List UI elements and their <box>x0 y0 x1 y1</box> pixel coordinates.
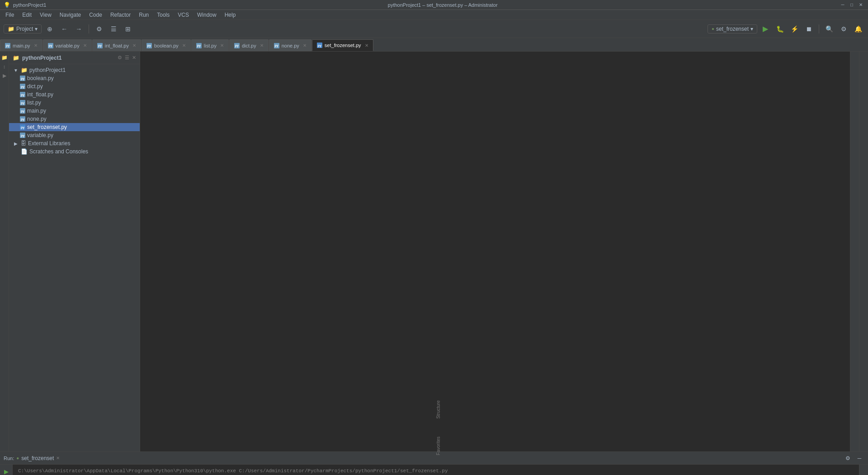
run-label: Run: <box>4 456 14 461</box>
run-tab-close[interactable]: ✕ <box>56 456 60 461</box>
tab-variable-py[interactable]: py variable.py ✕ <box>43 39 92 51</box>
commit-icon[interactable]: ↕ <box>0 62 9 71</box>
tree-item-list[interactable]: py list.py <box>9 99 140 107</box>
project-folder-icon: 📁 <box>8 26 14 32</box>
run-play-btn[interactable]: ▶ <box>1 466 11 475</box>
tab-close-variable-py[interactable]: ✕ <box>83 43 87 48</box>
navigation-back-btn[interactable]: ← <box>58 23 71 35</box>
structure-panel-label[interactable]: Structure <box>434 399 443 421</box>
tree-item-none[interactable]: py none.py <box>9 115 140 123</box>
run-config-selector[interactable]: ● set_frozenset ▾ <box>708 24 757 33</box>
tree-item-external-libs[interactable]: ▶ 🗄 External Libraries <box>9 139 140 147</box>
tab-close-none-py[interactable]: ✕ <box>303 43 307 48</box>
app-logo: 💡 <box>4 2 10 8</box>
tree-item-dict[interactable]: py dict.py <box>9 82 140 90</box>
tree-icon-scratches: 📄 <box>21 148 28 155</box>
tab-close-dict-py[interactable]: ✕ <box>260 43 264 48</box>
minimize-button[interactable]: ─ <box>839 1 846 9</box>
search-everywhere-btn[interactable]: 🔍 <box>823 23 835 35</box>
collapse-btn[interactable]: ⊞ <box>122 23 134 35</box>
list-btn[interactable]: ☰ <box>107 23 120 35</box>
panel-list-btn[interactable]: ☰ <box>125 55 129 61</box>
tree-icon-set-frozenset: py <box>20 124 25 130</box>
run-icon-strip[interactable]: ▶ <box>0 71 9 80</box>
favorites-panel-label[interactable]: Favorites <box>434 435 443 457</box>
project-tree: ▼ 📁 pythonProject1 py boolean.py py dict… <box>9 64 140 451</box>
main-layout: 📁 ↕ ▶ 📁 pythonProject1 ⚙ ☰ ✕ ▼ 📁 pythonP… <box>0 52 868 451</box>
tab-close-main-py[interactable]: ✕ <box>34 43 38 48</box>
project-view-icon[interactable]: 📁 <box>0 53 9 62</box>
run-minimize-btn[interactable]: ─ <box>854 453 864 463</box>
menu-run[interactable]: Run <box>135 11 152 19</box>
settings-btn[interactable]: ⚙ <box>93 23 105 35</box>
tree-label-variable: variable.py <box>27 132 53 138</box>
tree-icon-int-float: py <box>20 92 25 97</box>
tab-list-py[interactable]: py list.py ✕ <box>191 39 229 51</box>
run-with-coverage-btn[interactable]: ⚡ <box>788 23 801 35</box>
tab-label-dict-py: dict.py <box>242 43 256 48</box>
notifications-btn[interactable]: 🔔 <box>852 23 864 35</box>
right-run-panel <box>859 465 868 475</box>
menu-navigate[interactable]: Navigate <box>56 11 85 19</box>
menu-code[interactable]: Code <box>85 11 106 19</box>
run-output: C:\Users\Administrator\AppData\Local\Pro… <box>13 465 859 475</box>
menu-tools[interactable]: Tools <box>153 11 173 19</box>
tree-item-int-float[interactable]: py int_float.py <box>9 90 140 99</box>
tab-close-int-float-py[interactable]: ✕ <box>132 43 136 48</box>
menu-view[interactable]: View <box>36 11 55 19</box>
tab-int-float-py[interactable]: py int_float.py ✕ <box>92 39 141 51</box>
panel-close-btn[interactable]: ✕ <box>132 55 136 61</box>
run-tab-name: set_frozenset <box>21 455 54 461</box>
tree-item-boolean[interactable]: py boolean.py <box>9 74 140 82</box>
maximize-button[interactable]: □ <box>848 1 855 9</box>
tab-close-list-py[interactable]: ✕ <box>220 43 224 48</box>
project-panel-title: pythonProject1 <box>22 55 115 61</box>
tree-item-scratches[interactable]: ▶ 📄 Scratches and Consoles <box>9 147 140 156</box>
tree-item-variable[interactable]: py variable.py <box>9 131 140 139</box>
tab-main-py[interactable]: py main.py ✕ <box>0 39 42 51</box>
menu-help[interactable]: Help <box>221 11 240 19</box>
tree-item-main[interactable]: py main.py <box>9 107 140 115</box>
menu-vcs[interactable]: VCS <box>174 11 193 19</box>
menu-refactor[interactable]: Refactor <box>107 11 134 19</box>
run-button[interactable]: ▶ <box>759 23 772 35</box>
tab-none-py[interactable]: py none.py ✕ <box>269 39 311 51</box>
tree-expand-icon-ext: ▶ <box>13 140 19 147</box>
menu-window[interactable]: Window <box>193 11 220 19</box>
debug-button[interactable]: 🐛 <box>774 23 786 35</box>
tree-label-external-libs: External Libraries <box>28 140 70 147</box>
run-config-name: set_frozenset <box>716 26 749 32</box>
tab-close-set-frozenset-py[interactable]: ✕ <box>365 43 368 48</box>
tab-icon-main-py: py <box>5 43 10 48</box>
run-settings-btn[interactable]: ⚙ <box>843 453 853 463</box>
tab-set-frozenset-py[interactable]: py set_frozenset.py ✕ <box>312 39 373 51</box>
menu-file[interactable]: File <box>2 11 18 19</box>
tab-close-boolean-py[interactable]: ✕ <box>182 43 186 48</box>
editor-area[interactable] <box>140 52 850 451</box>
tab-bar: py main.py ✕ py variable.py ✕ py int_flo… <box>0 38 868 52</box>
run-config-dropdown: ▾ <box>750 26 753 32</box>
tab-icon-list-py: py <box>196 43 202 48</box>
panel-gear-btn[interactable]: ⚙ <box>118 55 122 61</box>
tree-item-set-frozenset[interactable]: py set_frozenset.py <box>9 123 140 131</box>
tab-icon-variable-py: py <box>48 43 53 48</box>
menu-edit[interactable]: Edit <box>19 11 35 19</box>
run-tab[interactable]: Run: ● set_frozenset ✕ <box>4 455 60 461</box>
navigation-forward-btn[interactable]: → <box>72 23 85 35</box>
tree-icon-list: py <box>20 100 25 105</box>
tree-label-scratches: Scratches and Consoles <box>29 148 88 155</box>
tab-icon-none-py: py <box>274 43 279 48</box>
settings-gear-btn[interactable]: ⚙ <box>837 23 850 35</box>
add-config-btn[interactable]: ⊕ <box>43 23 56 35</box>
stop-btn[interactable]: ⏹ <box>802 23 815 35</box>
right-panel-strip: Structure Favorites <box>859 52 868 451</box>
project-panel: 📁 pythonProject1 ⚙ ☰ ✕ ▼ 📁 pythonProject… <box>9 52 140 451</box>
title-bar: 💡 pythonProject1 pythonProject1 – set_fr… <box>0 0 868 10</box>
tab-boolean-py[interactable]: py boolean.py ✕ <box>142 39 191 51</box>
tree-icon-dict: py <box>20 84 25 89</box>
tab-dict-py[interactable]: py dict.py ✕ <box>229 39 269 51</box>
project-selector[interactable]: 📁 Project ▾ <box>4 24 42 33</box>
tree-icon-boolean: py <box>20 76 25 81</box>
close-button[interactable]: ✕ <box>857 1 864 9</box>
tree-item-root[interactable]: ▼ 📁 pythonProject1 <box>9 66 140 74</box>
